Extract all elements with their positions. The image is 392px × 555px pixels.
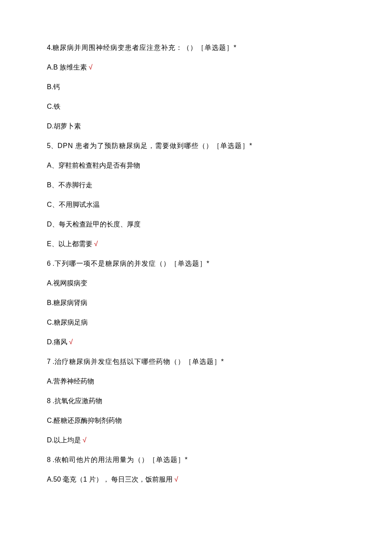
question-stem: 糖尿病并周围神经病变患者应注意补充：（）［单选题］* (52, 44, 236, 51)
question-block: 8 .依帕司他片的用法用量为（）［单选题］*A.50 毫克（1 片）， 每日三次… (47, 455, 345, 485)
question-number: 7 (47, 358, 51, 365)
check-mark-icon: √ (83, 436, 86, 444)
option: B、不赤脚行走 (47, 180, 345, 190)
option-label: A.视网膜病变 (47, 279, 87, 287)
question-separator: 、 (51, 142, 58, 149)
question-separator: . (51, 260, 55, 267)
option: E、以上都需要√ (47, 239, 345, 249)
question-separator: . (51, 456, 55, 463)
option: C.铁 (47, 102, 345, 112)
question-block: 5、DPN 患者为了预防糖尿病足，需要做到哪些（）［单选题］*A、穿鞋前检查鞋内… (47, 141, 345, 249)
question-block: 6 .下列哪一项不是糖尿病的并发症（）［单选题］*A.视网膜病变B.糖尿病肾病C… (47, 259, 345, 347)
option-label: A.50 毫克（1 片）， 每日三次，饭前服用 (47, 476, 173, 483)
option-label: D.痛风 (47, 338, 67, 346)
option-label: A.B 族维生素 (47, 64, 87, 71)
question-text: 5、DPN 患者为了预防糖尿病足，需要做到哪些（）［单选题］* (47, 141, 345, 151)
question-stem: 依帕司他片的用法用量为（）［单选题］* (55, 456, 188, 463)
option-label: C、不用脚试水温 (47, 201, 100, 208)
question-separator: . (51, 358, 55, 365)
question-number: 4 (47, 44, 51, 51)
option: 8 .抗氧化应激药物 (47, 396, 345, 406)
option: A.视网膜病变 (47, 278, 345, 288)
option: A、穿鞋前检查鞋内是否有异物 (47, 160, 345, 171)
option: C、不用脚试水温 (47, 200, 345, 210)
option-label: B.糖尿病肾病 (47, 299, 87, 306)
option-label: D.胡萝卜素 (47, 122, 81, 130)
option-label: B.钙 (47, 83, 60, 90)
check-mark-icon: √ (89, 64, 92, 71)
question-text: 6 .下列哪一项不是糖尿病的并发症（）［单选题］* (47, 259, 345, 269)
question-stem: DPN 患者为了预防糖尿病足，需要做到哪些（）［单选题］* (58, 142, 252, 149)
option-label: D.以上均是 (47, 436, 81, 444)
option-label: A.营养神经药物 (47, 378, 94, 385)
option-label: D、每天检查趾甲的长度、厚度 (47, 221, 141, 228)
question-number: 8 (47, 456, 51, 463)
option: B.糖尿病肾病 (47, 298, 345, 308)
option: B.钙 (47, 82, 345, 92)
option: C.糖尿病足病 (47, 317, 345, 328)
option: D.胡萝卜素 (47, 121, 345, 131)
option-label: E、以上都需要 (47, 240, 92, 247)
question-block: 7 .治疗糖尿病并发症包括以下哪些药物（）［单选题］*A.营养神经药物8 .抗氧… (47, 357, 345, 445)
option-label: C.铁 (47, 103, 61, 110)
question-text: 4.糖尿病并周围神经病变患者应注意补充：（）［单选题］* (47, 43, 345, 53)
option: C.醛糖还原酶抑制剂药物 (47, 416, 345, 426)
option: D.以上均是√ (47, 435, 345, 445)
question-stem: 治疗糖尿病并发症包括以下哪些药物（）［单选题］* (55, 358, 224, 365)
option-label: C.醛糖还原酶抑制剂药物 (47, 417, 122, 424)
question-text: 8 .依帕司他片的用法用量为（）［单选题］* (47, 455, 345, 465)
question-text: 7 .治疗糖尿病并发症包括以下哪些药物（）［单选题］* (47, 357, 345, 367)
check-mark-icon: √ (69, 338, 73, 346)
option: A.50 毫克（1 片）， 每日三次，饭前服用√ (47, 474, 345, 485)
option-label: 8 .抗氧化应激药物 (47, 397, 102, 404)
question-block: 4.糖尿病并周围神经病变患者应注意补充：（）［单选题］*A.B 族维生素√B.钙… (47, 43, 345, 131)
question-number: 6 (47, 260, 51, 267)
check-mark-icon: √ (94, 240, 98, 247)
question-number: 5 (47, 142, 51, 149)
option: D、每天检查趾甲的长度、厚度 (47, 219, 345, 230)
option-label: C.糖尿病足病 (47, 319, 88, 326)
check-mark-icon: √ (174, 476, 178, 483)
option-label: B、不赤脚行走 (47, 181, 92, 189)
option: A.B 族维生素√ (47, 62, 345, 73)
question-stem: 下列哪一项不是糖尿病的并发症（）［单选题］* (55, 260, 210, 267)
option: D.痛风√ (47, 337, 345, 347)
option: A.营养神经药物 (47, 376, 345, 386)
option-label: A、穿鞋前检查鞋内是否有异物 (47, 162, 140, 169)
